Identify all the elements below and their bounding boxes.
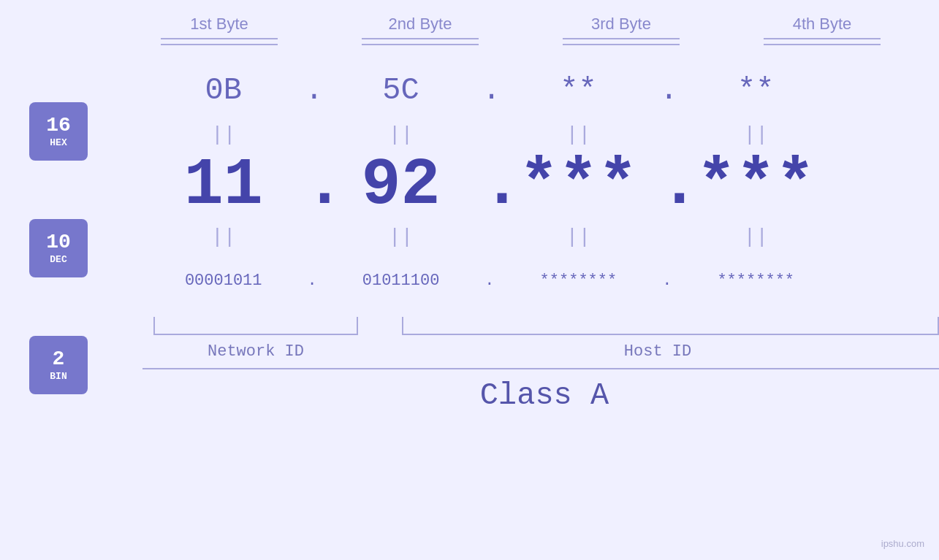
equals-row-2: || || || || <box>0 222 939 251</box>
bracket-area <box>142 310 939 335</box>
bin-byte-1: 00001011 <box>143 272 304 290</box>
dot-bin-1: . <box>305 272 319 290</box>
eq-3: || <box>498 123 658 146</box>
byte-header-4: 4th Byte <box>742 15 902 47</box>
dot-large-2: . <box>482 148 497 223</box>
class-label: Class A <box>142 369 939 422</box>
hex-byte-3: ** <box>498 73 658 108</box>
byte-header-2: 2nd Byte <box>340 15 501 47</box>
hex-byte-4: ** <box>675 73 836 108</box>
content-area: 0B . 5C . ** . ** || || || || 11 . 92 . … <box>0 61 939 422</box>
dec-byte-3: *** <box>498 153 658 218</box>
byte-header-3: 3rd Byte <box>541 15 702 47</box>
bin-byte-3: ******** <box>498 272 658 290</box>
byte-headers: 1st Byte 2nd Byte 3rd Byte 4th Byte <box>119 15 923 47</box>
byte-header-1: 1st Byte <box>139 15 300 47</box>
host-bracket <box>402 317 939 335</box>
hex-byte-2: 5C <box>321 73 482 108</box>
bin-byte-2: 01011100 <box>321 272 482 290</box>
dot-large-1: . <box>305 148 319 223</box>
eq2-4: || <box>675 226 836 248</box>
main-container: 1st Byte 2nd Byte 3rd Byte 4th Byte 16 H… <box>0 0 939 560</box>
dot-bin-3: . <box>660 272 674 290</box>
dec-byte-1: 11 <box>143 153 304 218</box>
bin-row: 00001011 . 01011100 . ******** . *******… <box>0 251 939 310</box>
dec-row: 11 . 92 . *** . *** <box>0 149 939 222</box>
dot-2: . <box>482 73 497 108</box>
dot-bin-2: . <box>482 272 497 290</box>
eq-1: || <box>143 123 304 146</box>
eq-4: || <box>675 123 836 146</box>
equals-row-1: || || || || <box>0 120 939 149</box>
eq2-3: || <box>498 226 658 248</box>
id-labels: Network ID Host ID <box>142 335 939 368</box>
network-id-label: Network ID <box>142 342 369 361</box>
host-id-label: Host ID <box>369 342 939 361</box>
eq2-1: || <box>143 226 304 248</box>
dec-byte-4: *** <box>675 153 836 218</box>
eq2-2: || <box>321 226 482 248</box>
class-area: Class A <box>142 368 939 422</box>
dot-large-3: . <box>660 148 674 223</box>
bin-byte-4: ******** <box>675 272 836 290</box>
watermark: ipshu.com <box>881 538 924 549</box>
hex-row: 0B . 5C . ** . ** <box>0 61 939 120</box>
eq-2: || <box>321 123 482 146</box>
dec-byte-2: 92 <box>321 153 482 218</box>
hex-byte-1: 0B <box>143 73 304 108</box>
dot-3: . <box>660 73 674 108</box>
network-bracket <box>153 317 358 335</box>
dot-1: . <box>305 73 319 108</box>
